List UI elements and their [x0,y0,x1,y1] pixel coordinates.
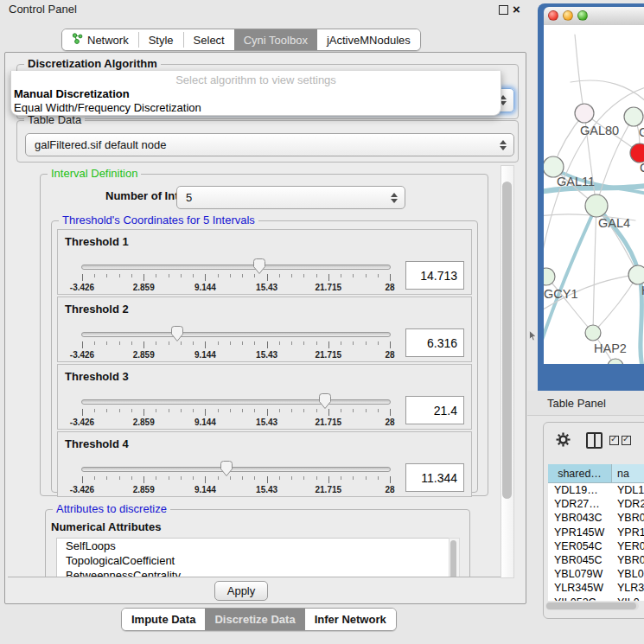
network-edge[interactable] [575,35,584,113]
scrollbar-thumb[interactable] [502,182,512,499]
attribute-list-item[interactable]: TopologicalCoefficient [57,553,449,568]
interval-definition-label: Interval Definition [48,168,141,180]
tick-label: 9.144 [194,350,216,360]
table-row[interactable]: YDL19…YDL1 [548,483,644,497]
network-node[interactable] [624,107,643,126]
checkbox-icon[interactable] [622,436,631,445]
threshold-value-field[interactable]: 21.4 [405,396,464,424]
threshold-slider-track[interactable] [81,332,391,337]
slider-thumb[interactable] [252,258,266,275]
table-cell[interactable]: YBR043C [548,511,612,525]
zoom-traffic-light-icon[interactable] [577,10,588,21]
table-row[interactable]: YBR045CYBR0 [548,553,644,567]
close-icon[interactable]: × [513,1,520,18]
threshold-slider-track[interactable] [81,467,391,472]
table-cell[interactable]: YPR1 [612,526,644,539]
table-data-value: galFiltered.sif default node [35,134,496,156]
minimize-traffic-light-icon[interactable] [563,10,573,21]
network-edge[interactable] [593,275,638,333]
table-cell[interactable]: YBR045C [548,553,612,567]
table-row[interactable]: YPR145WYPR1 [548,526,644,539]
table-row[interactable]: YDR27…YDR2 [548,497,644,511]
table-cell[interactable]: YDL19… [548,483,612,497]
table-cell[interactable]: YBL079W [548,567,612,581]
network-node[interactable] [585,194,608,217]
table-row[interactable]: YIL052CYIL0 [548,596,644,602]
network-edge[interactable] [571,80,644,104]
network-node-label: GAL4 [598,216,630,230]
network-window-titlebar[interactable] [544,7,644,26]
table-cell[interactable]: YBR0 [612,511,644,525]
tick-label: 2.859 [133,350,155,360]
table-row[interactable]: YBR043CYBR0 [548,511,644,525]
table-cell[interactable]: YIL052C [548,596,612,602]
popup-item-equal-width-frequency[interactable]: Equal Width/Frequency Discretization [11,101,501,115]
tab-select[interactable]: Select [184,29,234,50]
table-cell[interactable]: YLR3 [612,581,644,595]
table-cell[interactable]: YBR0 [612,553,644,567]
table-cell[interactable]: YER0 [612,539,644,553]
table-cell[interactable]: YIL0 [612,596,644,602]
network-node[interactable] [628,265,644,284]
checkbox-icon[interactable] [609,436,619,445]
network-canvas[interactable]: GAL80GCGAL11GAL4GCY1HHAP2 [544,25,644,364]
attributes-list-scrollbar[interactable] [449,538,460,577]
panel-vertical-scrollbar[interactable] [501,165,514,578]
table-cell[interactable]: YPR145W [548,526,612,539]
slider-thumb[interactable] [220,460,233,477]
float-window-icon[interactable] [499,5,508,15]
network-node[interactable] [544,268,555,285]
tab-jactivemnodules[interactable]: jActiveMNodules [317,29,420,50]
tab-network[interactable]: Network [62,29,138,50]
network-node[interactable] [585,325,601,341]
threshold-slider-track[interactable] [81,265,391,270]
number-of-intervals-combobox[interactable]: 5 [176,186,405,209]
table-cell[interactable]: YBL0 [612,567,644,581]
popup-item-manual-discretization[interactable]: Manual Discretization [11,87,501,101]
column-header-shared-name[interactable]: shared… [548,464,612,482]
table-cell[interactable]: YER054C [548,539,612,553]
mouse-cursor [529,329,537,345]
tab-network-label: Network [87,34,129,47]
settings-viewport: Interval Definition Number of Intervals … [8,165,501,577]
close-traffic-light-icon[interactable] [548,10,558,21]
network-edge[interactable] [597,207,642,364]
table-cell[interactable]: YDR27… [548,497,612,511]
threshold-slider-track[interactable] [81,399,391,405]
table-cell[interactable]: YDL1 [612,483,644,497]
attribute-list-item[interactable]: BetweennessCentrality [57,568,449,577]
scrollbar-thumb[interactable] [546,603,636,609]
network-node[interactable] [575,104,594,123]
threshold-panel: Threshold 2-3.4262.8599.14415.4321.71528… [57,296,472,362]
network-edge[interactable] [593,206,596,333]
table-cell[interactable]: YDR2 [612,497,644,511]
table-cell[interactable]: YLR345W [548,581,612,595]
slider-thumb[interactable] [318,392,332,410]
network-graph[interactable]: GAL80GCGAL11GAL4GCY1HHAP2 [544,25,644,364]
slider-thumb[interactable] [170,325,184,342]
tab-infer-network[interactable]: Infer Network [305,609,396,630]
apply-button[interactable]: Apply [214,581,268,601]
tab-impute-data[interactable]: Impute Data [122,609,205,630]
threshold-value-field[interactable]: 6.316 [405,328,464,357]
numerical-attributes-list[interactable]: SelfLoopsTopologicalCoefficientBetweenne… [56,538,450,577]
table-horizontal-scrollbar[interactable] [545,602,639,610]
column-header-name[interactable]: na [612,464,644,482]
table-row[interactable]: YLR345WYLR3 [548,581,644,595]
threshold-value-field[interactable]: 14.713 [405,261,464,290]
table-row[interactable]: YER054CYER0 [548,539,644,553]
network-node[interactable] [608,359,623,364]
table-data-combobox[interactable]: galFiltered.sif default node [25,133,514,156]
network-node-label: G [639,125,644,139]
threshold-value-field[interactable]: 11.344 [405,463,464,492]
gear-icon[interactable] [556,432,571,450]
tick-label: 2.859 [133,485,155,494]
network-node[interactable] [630,143,644,163]
tab-cyni-toolbox[interactable]: Cyni Toolbox [234,29,317,50]
column-visibility-icon[interactable] [586,432,603,449]
attribute-list-item[interactable]: SelfLoops [57,539,449,553]
node-table: shared… na YDL19…YDL1YDR27…YDR2YBR043CYB… [548,464,644,601]
table-row[interactable]: YBL079WYBL0 [548,567,644,581]
tab-style[interactable]: Style [139,29,183,50]
tab-discretize-data[interactable]: Discretize Data [205,609,304,630]
